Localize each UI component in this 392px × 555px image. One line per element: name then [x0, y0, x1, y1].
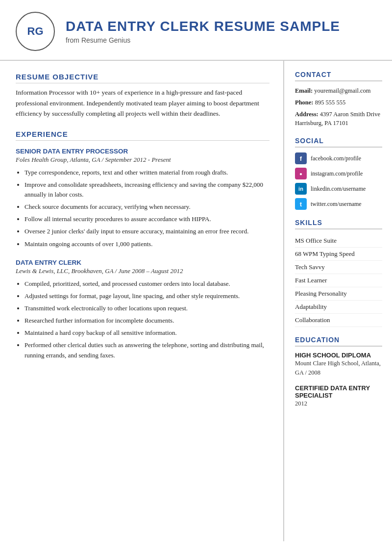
job-title-2: DATA ENTRY CLERK	[16, 259, 270, 266]
phone-text: 895 555 555	[315, 99, 346, 106]
edu-degree-2: CERTIFIED DATA ENTRY SPECIALIST	[295, 384, 382, 399]
resume-subtitle: from Resume Genius	[66, 36, 340, 44]
social-twitter: t twitter.com/username	[295, 198, 382, 210]
objective-text: Information Processor with 10+ years of …	[16, 87, 270, 119]
skills-title: SKILLS	[295, 219, 382, 229]
social-instagram: ● instagram.com/profile	[295, 168, 382, 179]
job-bullets-1: Type correspondence, reports, text and o…	[16, 168, 270, 249]
right-column: CONTACT Email: youremail@gmail.com Phone…	[284, 61, 392, 541]
job-bullets-2: Compiled, prioritized, sorted, and proce…	[16, 279, 270, 360]
instagram-link: instagram.com/profile	[311, 170, 363, 177]
edu-school-2: 2012	[295, 399, 382, 408]
skill-item: 68 WPM Typing Speed	[295, 248, 382, 261]
email-label: Email:	[295, 87, 313, 94]
bullet-item: Transmitted work electronically to other…	[24, 303, 270, 313]
linkedin-icon: in	[295, 183, 307, 195]
skill-item: Fast Learner	[295, 274, 382, 287]
social-section: SOCIAL f facebook.com/profile ● instagra…	[295, 137, 382, 210]
header-text-block: DATA ENTRY CLERK RESUME SAMPLE from Resu…	[66, 19, 340, 44]
twitter-link: twitter.com/username	[311, 201, 362, 208]
main-content: RESUME OBJECTIVE Information Processor w…	[0, 61, 392, 541]
contact-phone: Phone: 895 555 555	[295, 98, 382, 107]
job-item: DATA ENTRY CLERK Lewis & Lewis, LLC, Bro…	[16, 259, 270, 360]
contact-section: CONTACT Email: youremail@gmail.com Phone…	[295, 71, 382, 128]
edu-item: CERTIFIED DATA ENTRY SPECIALIST 2012	[295, 384, 382, 408]
social-facebook: f facebook.com/profile	[295, 152, 382, 164]
education-title: EDUCATION	[295, 336, 382, 347]
email-text: youremail@gmail.com	[314, 87, 370, 94]
bullet-item: Improve and consolidate spreadsheets, in…	[24, 180, 270, 200]
logo-initials: RG	[16, 12, 55, 51]
contact-email: Email: youremail@gmail.com	[295, 86, 382, 96]
bullet-item: Performed other clerical duties such as …	[24, 340, 270, 360]
resume-header: RG DATA ENTRY CLERK RESUME SAMPLE from R…	[0, 0, 392, 61]
skill-item: Pleasing Personality	[295, 287, 382, 301]
bullet-item: Check source documents for accuracy, ver…	[24, 202, 270, 212]
edu-item: HIGH SCHOOL DIPLOMA Mount Clare High Sch…	[295, 352, 382, 378]
bullet-item: Follow all internal security procedures …	[24, 214, 270, 224]
twitter-icon: t	[295, 198, 307, 210]
job-company-1: Foles Health Group, Atlanta, GA / Septem…	[16, 156, 270, 164]
linkedin-link: linkedin.com/username	[311, 185, 366, 193]
contact-title: CONTACT	[295, 71, 382, 81]
education-section: EDUCATION HIGH SCHOOL DIPLOMA Mount Clar…	[295, 336, 382, 408]
job-company-2: Lewis & Lewis, LLC, Brookhaven, GA / Jun…	[16, 267, 270, 275]
bullet-item: Compiled, prioritized, sorted, and proce…	[24, 279, 270, 289]
bullet-item: Maintained a hard copy backup of all sen…	[24, 328, 270, 338]
job-title-1: SENIOR DATA ENTRY PROCESSOR	[16, 148, 270, 155]
skill-item: Tech Savvy	[295, 261, 382, 274]
experience-section: EXPERIENCE SENIOR DATA ENTRY PROCESSOR F…	[16, 130, 270, 360]
experience-title: EXPERIENCE	[16, 130, 270, 141]
left-column: RESUME OBJECTIVE Information Processor w…	[0, 61, 284, 541]
skill-item: Adaptability	[295, 301, 382, 314]
phone-label: Phone:	[295, 99, 314, 106]
bullet-item: Type correspondence, reports, text and o…	[24, 168, 270, 177]
address-label: Address:	[295, 111, 318, 118]
skill-item: MS Office Suite	[295, 234, 382, 248]
contact-address: Address: 4397 Aaron Smith Drive Harrisbu…	[295, 110, 382, 128]
facebook-link: facebook.com/profile	[311, 155, 361, 162]
skills-section: SKILLS MS Office Suite 68 WPM Typing Spe…	[295, 219, 382, 327]
edu-school-1: Mount Clare High School, Atlanta, GA / 2…	[295, 359, 382, 378]
social-title: SOCIAL	[295, 137, 382, 148]
job-item: SENIOR DATA ENTRY PROCESSOR Foles Health…	[16, 148, 270, 249]
objective-title: RESUME OBJECTIVE	[16, 73, 270, 83]
edu-degree-1: HIGH SCHOOL DIPLOMA	[295, 352, 382, 359]
instagram-icon: ●	[295, 168, 307, 179]
bullet-item: Adjusted settings for format, page layou…	[24, 291, 270, 301]
bullet-item: Oversee 2 junior clerks' daily input to …	[24, 227, 270, 236]
bullet-item: Researched further information for incom…	[24, 316, 270, 326]
bullet-item: Maintain ongoing accounts of over 1,000 …	[24, 239, 270, 249]
objective-section: RESUME OBJECTIVE Information Processor w…	[16, 73, 270, 119]
facebook-icon: f	[295, 152, 307, 164]
skill-item: Collaboration	[295, 314, 382, 327]
resume-title: DATA ENTRY CLERK RESUME SAMPLE	[66, 19, 340, 34]
social-linkedin: in linkedin.com/username	[295, 183, 382, 195]
